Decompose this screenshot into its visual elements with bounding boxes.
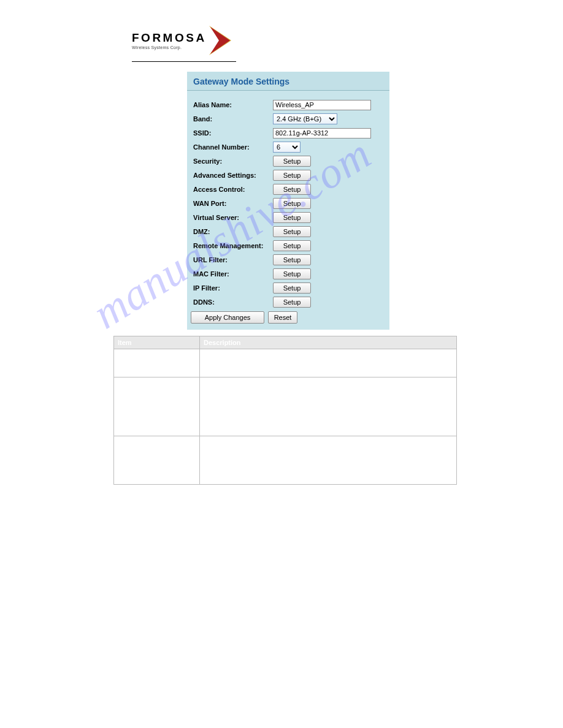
logo-text: FORMOSA	[132, 31, 207, 45]
access-control-label: Access Control:	[193, 186, 273, 193]
table-row: SSID This is the name of the wireless LA…	[114, 436, 457, 484]
channel-select[interactable]: 6	[273, 142, 301, 153]
panel-header: Gateway Mode Settings	[187, 72, 389, 91]
ssid-input[interactable]	[273, 128, 371, 138]
ip-filter-label: IP Filter:	[193, 284, 273, 292]
table-cell-desc: You can choose one mode of the following…	[200, 377, 457, 436]
table-cell-item: SSID	[114, 436, 200, 484]
logo-block: FORMOSA Wireless Systems Corp.	[132, 25, 456, 56]
advanced-label: Advanced Settings:	[193, 172, 273, 179]
dmz-setup-button[interactable]: Setup	[273, 226, 311, 237]
table-header-desc: Description	[200, 336, 457, 349]
mac-filter-label: MAC Filter:	[193, 270, 273, 278]
apply-changes-button[interactable]: Apply Changes	[191, 311, 264, 324]
page-number: 45	[107, 577, 456, 584]
virtual-server-setup-button[interactable]: Setup	[273, 212, 311, 223]
description-table: Item Description Alias Name You can set …	[113, 336, 457, 485]
remote-management-label: Remote Management:	[193, 242, 273, 249]
table-cell-desc: You can set the alias name for this devi…	[200, 349, 457, 377]
table-cell-item: Alias Name	[114, 349, 200, 377]
ssid-label: SSID:	[193, 129, 273, 137]
table-cell-desc: This is the name of the wireless LAN. Al…	[200, 436, 457, 484]
table-cell-item: Band	[114, 377, 200, 436]
mac-filter-setup-button[interactable]: Setup	[273, 268, 311, 279]
url-filter-label: URL Filter:	[193, 256, 273, 264]
gateway-settings-panel: Gateway Mode Settings Alias Name: Band: …	[187, 72, 389, 330]
alias-name-input[interactable]	[273, 100, 371, 110]
wan-port-setup-button[interactable]: Setup	[273, 198, 311, 209]
wan-port-label: WAN Port:	[193, 200, 273, 207]
virtual-server-label: Virtual Server:	[193, 214, 273, 221]
security-label: Security:	[193, 157, 273, 165]
alias-name-label: Alias Name:	[193, 101, 273, 108]
table-header-item: Item	[114, 336, 200, 349]
logo-subtitle: Wireless Systems Corp.	[132, 45, 207, 50]
url-filter-setup-button[interactable]: Setup	[273, 254, 311, 265]
reset-button[interactable]: Reset	[268, 311, 297, 324]
ddns-setup-button[interactable]: Setup	[273, 297, 311, 308]
band-select[interactable]: 2.4 GHz (B+G)	[273, 113, 337, 124]
remote-management-setup-button[interactable]: Setup	[273, 240, 311, 251]
band-label: Band:	[193, 115, 273, 123]
panel-title: Gateway Mode Settings	[193, 77, 383, 86]
dmz-label: DMZ:	[193, 228, 273, 235]
advanced-setup-button[interactable]: Setup	[273, 170, 311, 181]
ip-filter-setup-button[interactable]: Setup	[273, 282, 311, 294]
access-control-setup-button[interactable]: Setup	[273, 184, 311, 195]
arrow-icon	[208, 25, 237, 56]
table-row: Alias Name You can set the alias name fo…	[114, 349, 457, 377]
channel-label: Channel Number:	[193, 143, 273, 151]
ddns-label: DDNS:	[193, 298, 273, 306]
security-setup-button[interactable]: Setup	[273, 156, 311, 167]
copyright: Copyright © 2008 Formosa Wireless System…	[107, 588, 456, 594]
divider	[132, 61, 236, 62]
table-row: Band You can choose one mode of the foll…	[114, 377, 457, 436]
